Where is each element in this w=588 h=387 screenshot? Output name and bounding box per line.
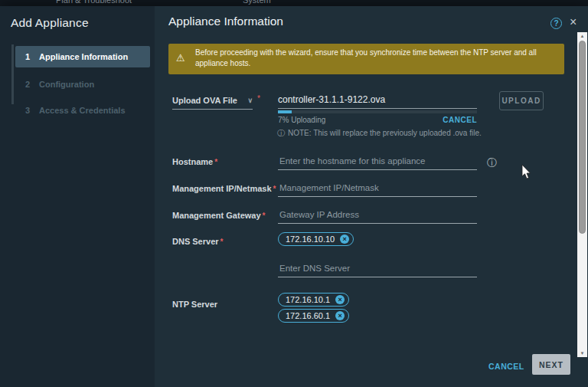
dns-server-chip: 172.16.10.10 × <box>278 232 354 246</box>
upload-cancel-link[interactable]: CANCEL <box>443 116 477 124</box>
upload-note: ⓘNOTE: This will replace the previously … <box>277 128 482 139</box>
upload-progress-bar <box>278 110 477 113</box>
upload-progress-fill <box>278 110 292 113</box>
management-ip-input[interactable] <box>278 182 477 197</box>
scroll-down-icon[interactable]: ▼ <box>577 349 587 357</box>
hostname-input[interactable] <box>278 155 477 170</box>
ntp-server-chip: 172.16.60.1 × <box>278 309 349 323</box>
mouse-cursor <box>521 165 532 180</box>
upload-button[interactable]: UPLOAD <box>499 91 544 110</box>
step-configuration[interactable]: 2 Configuration <box>15 75 150 93</box>
required-marker: * <box>257 94 260 103</box>
management-gateway-label: Management Gateway* <box>172 211 265 220</box>
add-appliance-dialog: Add Appliance 1 Appliance Information 2 … <box>0 6 588 387</box>
cancel-button[interactable]: CANCEL <box>488 362 524 371</box>
scroll-up-icon[interactable]: ▲ <box>577 32 587 40</box>
warning-icon: ⚠ <box>176 52 185 64</box>
chevron-down-icon: ∨ <box>247 97 253 104</box>
upload-type-select[interactable]: Upload OVA File ∨ <box>172 96 253 110</box>
ntp-warning-banner: ⚠ Before proceeding with the wizard, ens… <box>168 44 564 74</box>
ntp-server-label: NTP Server <box>172 300 217 309</box>
background-top-nav: Plan & Troubleshoot System <box>0 0 588 6</box>
steps-scroll-indicator <box>11 44 14 104</box>
step-label: Access & Credentials <box>39 106 126 115</box>
upload-status-row: 7% Uploading CANCEL <box>278 116 477 125</box>
chip-remove-icon[interactable]: × <box>340 234 349 244</box>
chip-value: 172.16.10.1 <box>286 295 330 304</box>
hostname-info-icon[interactable]: ⓘ <box>487 156 497 170</box>
chip-remove-icon[interactable]: × <box>335 311 345 320</box>
upload-note-text: NOTE: This will replace the previously u… <box>288 129 482 137</box>
step-appliance-information[interactable]: 1 Appliance Information <box>15 46 150 67</box>
chip-value: 172.16.10.10 <box>286 234 335 244</box>
chip-remove-icon[interactable]: × <box>335 295 345 304</box>
step-number: 1 <box>25 52 31 61</box>
hostname-label: Hostname* <box>172 157 217 166</box>
dns-server-label: DNS Server* <box>172 237 223 246</box>
wizard-sidebar: Add Appliance 1 Appliance Information 2 … <box>0 6 155 387</box>
step-number: 3 <box>25 106 31 115</box>
help-icon[interactable]: ? <box>550 18 562 29</box>
wizard-title: Add Appliance <box>11 16 89 30</box>
step-access-credentials[interactable]: 3 Access & Credentials <box>15 101 150 120</box>
appliance-information-panel: Appliance Information ? × ⚠ Before proce… <box>155 6 588 387</box>
info-icon: ⓘ <box>277 129 285 137</box>
required-marker: * <box>263 212 266 220</box>
step-label: Appliance Information <box>39 52 128 61</box>
warning-text: Before proceeding with the wizard, ensur… <box>195 48 557 69</box>
ova-filename-field[interactable]: controller-31.1.1-9122.ova <box>278 94 477 109</box>
screen: Plan & Troubleshoot System Add Appliance… <box>0 0 588 387</box>
page-title: Appliance Information <box>168 15 283 28</box>
ntp-server-chip: 172.16.10.1 × <box>278 293 349 307</box>
required-marker: * <box>214 158 217 166</box>
close-icon[interactable]: × <box>570 15 577 29</box>
required-marker: * <box>220 238 224 246</box>
upload-status-text: 7% Uploading <box>278 116 325 124</box>
management-gateway-input[interactable] <box>278 208 477 224</box>
management-ip-label: Management IP/Netmask* <box>172 184 276 193</box>
dns-server-input[interactable] <box>278 262 477 277</box>
required-marker: * <box>273 185 276 193</box>
upload-type-label: Upload OVA File <box>172 96 237 105</box>
next-button[interactable]: NEXT <box>532 354 570 375</box>
vertical-scrollbar[interactable]: ▲ ▼ <box>577 32 587 357</box>
step-number: 2 <box>25 80 31 89</box>
nav-item-plan-troubleshoot[interactable]: Plan & Troubleshoot <box>56 0 132 5</box>
nav-item-system[interactable]: System <box>243 0 271 5</box>
step-label: Configuration <box>39 80 94 89</box>
chip-value: 172.16.60.1 <box>286 311 330 320</box>
scrollbar-thumb[interactable] <box>579 41 586 234</box>
